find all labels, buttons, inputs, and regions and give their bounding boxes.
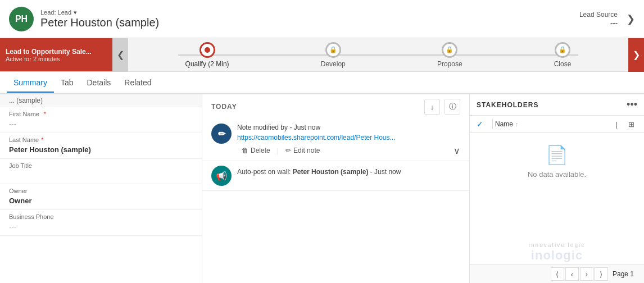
field-job-title: Job Title: [0, 159, 202, 184]
stage-close[interactable]: 🔒 Close: [554, 42, 572, 68]
no-data-section: 📄 No data available.: [470, 133, 644, 190]
separator-line: [492, 119, 493, 129]
last-name-value[interactable]: Peter Houston (sample): [9, 144, 193, 155]
stage-propose-circle: 🔒: [442, 42, 457, 58]
stages-container: Qualify (2 Min) 🔒 Develop 🔒 Propose 🔒 Cl…: [128, 42, 628, 68]
autopost-entry-avatar: 📢: [211, 166, 232, 186]
timeline-sort-btn[interactable]: ↓: [424, 99, 440, 115]
field-business-phone: Business Phone ---: [0, 210, 202, 236]
right-panel: STAKEHOLDERS ••• ✓ Name ↑ | ⊞ 📄 No data …: [470, 94, 644, 264]
lead-source-section: Lead Source ---: [579, 11, 618, 27]
stage-qualify-label: Qualify (2 Min): [185, 60, 229, 68]
note-entry-actions: 🗑 Delete | ✏ Edit note ∨: [237, 145, 460, 156]
tabs-bar: Summary Tab Details Related: [0, 72, 644, 94]
field-last-name: Last Name * Peter Houston (sample): [0, 133, 202, 159]
page-indicator: Page 1: [609, 270, 637, 278]
no-data-text: No data available.: [528, 170, 586, 179]
nav-last-btn[interactable]: ⟩: [595, 267, 608, 281]
tab-summary[interactable]: Summary: [7, 74, 54, 93]
delete-icon: 🗑: [242, 147, 248, 154]
stage-propose[interactable]: 🔒 Propose: [437, 42, 462, 68]
autopost-text: Auto-post on wall: Peter Houston (sample…: [237, 168, 460, 176]
timeline-header: TODAY ↓ ⓘ: [202, 94, 469, 119]
bottom-nav: ⟨ ‹ › ⟩ Page 1: [470, 264, 644, 283]
first-name-label: First Name *: [9, 111, 193, 117]
field-owner: Owner Owner: [0, 184, 202, 210]
lead-source-label: Lead Source: [579, 11, 618, 19]
breadcrumb: Lead: Lead: [40, 9, 71, 16]
col-actions: | ⊞: [610, 118, 637, 130]
owner-label: Owner: [9, 188, 193, 194]
header: PH Lead: Lead ▾ Peter Houston (sample) L…: [0, 0, 644, 38]
tab-related[interactable]: Related: [117, 74, 158, 93]
note-entry-avatar: ✏: [211, 124, 232, 144]
col-pipe-icon[interactable]: |: [610, 118, 623, 130]
stage-nav-right[interactable]: ❯: [628, 38, 644, 72]
header-chevron-right[interactable]: ❯: [627, 13, 635, 25]
timeline-today: TODAY: [211, 103, 420, 111]
avatar: PH: [9, 7, 34, 31]
timeline-entry-autopost: 📢 Auto-post on wall: Peter Houston (samp…: [202, 161, 469, 191]
stakeholders-name-col[interactable]: Name ↑: [495, 120, 610, 128]
stakeholders-table-header: ✓ Name ↑ | ⊞: [470, 116, 644, 133]
watermark-text: innovative logic: [470, 242, 644, 248]
delete-button[interactable]: 🗑 Delete: [237, 145, 275, 156]
lead-source-value: ---: [579, 19, 618, 27]
col-save-icon[interactable]: ⊞: [625, 118, 637, 130]
stage-promo[interactable]: Lead to Opportunity Sale... Active for 2…: [0, 38, 112, 71]
breadcrumb-chevron[interactable]: ▾: [74, 9, 77, 16]
left-panel: ... (sample) First Name * --- Last Name …: [0, 94, 202, 283]
stakeholders-check-icon: ✓: [477, 120, 490, 129]
cutoff-row: ... (sample): [0, 94, 202, 107]
stage-develop-label: Develop: [321, 60, 346, 68]
stage-close-label: Close: [554, 60, 572, 68]
record-title: Peter Houston (sample): [40, 16, 579, 29]
note-expand-btn[interactable]: ∨: [453, 145, 460, 156]
note-entry-body: Note modified by - Just now https://caom…: [237, 124, 460, 156]
business-phone-label: Business Phone: [9, 213, 193, 220]
stage-close-circle: 🔒: [555, 42, 570, 58]
note-entry-title: Note modified by - Just now: [237, 124, 460, 131]
edit-icon: ✏: [285, 147, 291, 154]
nav-next-btn[interactable]: ›: [580, 267, 593, 281]
last-name-label: Last Name *: [9, 136, 193, 143]
nav-first-btn[interactable]: ⟨: [551, 267, 564, 281]
stakeholders-title: STAKEHOLDERS: [477, 101, 627, 109]
stage-qualify[interactable]: Qualify (2 Min): [185, 42, 229, 68]
main-content: ... (sample) First Name * --- Last Name …: [0, 94, 644, 283]
stage-propose-label: Propose: [437, 60, 462, 68]
watermark-logo: inologic: [470, 248, 644, 263]
nav-prev-btn[interactable]: ‹: [565, 267, 579, 281]
sort-up-icon: ↑: [515, 121, 519, 127]
tab-details[interactable]: Details: [80, 74, 117, 93]
stage-qualify-circle: [199, 42, 215, 58]
no-data-icon: 📄: [546, 144, 568, 166]
note-entry-link[interactable]: https://caomobiles.sharepoint.com/lead/P…: [237, 134, 460, 142]
field-first-name: First Name * ---: [0, 107, 202, 133]
stage-develop[interactable]: 🔒 Develop: [321, 42, 346, 68]
timeline-info-btn[interactable]: ⓘ: [445, 99, 460, 115]
edit-note-button[interactable]: ✏ Edit note: [281, 145, 324, 156]
owner-value[interactable]: Owner: [9, 195, 193, 206]
right-panel-wrapper: STAKEHOLDERS ••• ✓ Name ↑ | ⊞ 📄 No data …: [470, 94, 644, 283]
header-info: Lead: Lead ▾ Peter Houston (sample): [40, 9, 579, 29]
stage-bar: Lead to Opportunity Sale... Active for 2…: [0, 38, 644, 72]
tab-tab[interactable]: Tab: [54, 74, 80, 93]
stage-promo-subtitle: Active for 2 minutes: [6, 56, 107, 62]
stage-promo-title: Lead to Opportunity Sale...: [6, 48, 107, 56]
job-title-value[interactable]: [9, 170, 193, 180]
business-phone-value[interactable]: ---: [9, 221, 193, 232]
autopost-entry-body: Auto-post on wall: Peter Houston (sample…: [237, 166, 460, 186]
middle-panel: TODAY ↓ ⓘ ✏ Note modified by - Just now …: [202, 94, 470, 283]
watermark: innovative logic inologic: [470, 241, 644, 265]
stakeholders-menu-btn[interactable]: •••: [627, 99, 637, 111]
stage-develop-circle: 🔒: [325, 42, 341, 58]
stage-nav-left[interactable]: ❮: [112, 38, 128, 72]
timeline-entry-note: ✏ Note modified by - Just now https://ca…: [202, 119, 469, 161]
first-name-value[interactable]: ---: [9, 118, 193, 129]
job-title-label: Job Title: [9, 162, 193, 169]
stakeholders-header: STAKEHOLDERS •••: [470, 94, 644, 116]
